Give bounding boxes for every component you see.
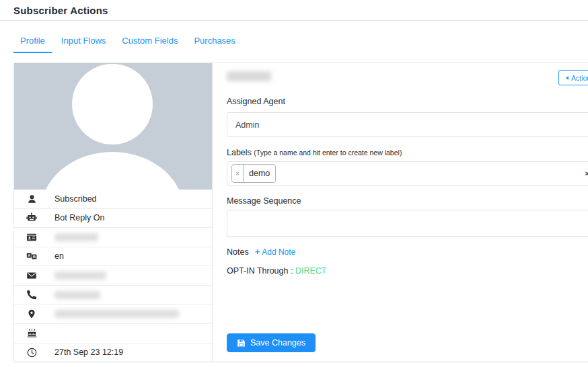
message-sequence-label: Message Sequence [227, 196, 588, 206]
caret-left-icon [566, 76, 568, 80]
assigned-agent-label: Assigned Agent [227, 97, 588, 106]
subscriber-name-redacted [227, 71, 271, 81]
tab-profile[interactable]: Profile [13, 36, 52, 53]
tab-input-flows[interactable]: Input Flows [54, 36, 112, 53]
optin-value: DIRECT [295, 266, 327, 276]
label-tag: × demo [231, 164, 276, 183]
optin-row: OPT-IN Through : DIRECT [227, 266, 588, 276]
email-redacted [54, 272, 106, 280]
subscriber-info-list: Subscribed Bot Reply On AB en [14, 190, 212, 362]
modal-header: Subscriber Actions [0, 0, 588, 21]
labels-label: Labels (Type a name and hit enter to cre… [227, 148, 588, 157]
svg-text:B: B [33, 255, 36, 259]
assigned-agent-value: Admin [235, 120, 259, 130]
svg-text:A: A [28, 254, 30, 258]
subscriber-card: Subscribed Bot Reply On AB en [13, 63, 588, 362]
location-redacted [54, 310, 179, 318]
list-item-location [14, 304, 212, 323]
add-note-label: Add Note [262, 247, 295, 257]
tag-text: demo [244, 165, 275, 182]
avatar [14, 63, 212, 190]
phone-icon [26, 290, 37, 300]
save-button-label: Save Changes [250, 338, 305, 348]
list-item-bot-reply: Bot Reply On [14, 208, 212, 228]
tag-remove-icon[interactable]: × [232, 165, 244, 182]
save-changes-button[interactable]: Save Changes [227, 333, 316, 352]
page-title: Subscriber Actions [13, 5, 108, 16]
phone-redacted [54, 291, 100, 299]
user-icon [26, 194, 37, 204]
actions-button-label: Actions [571, 74, 588, 82]
list-item-subscriber-id [14, 227, 212, 247]
cake-icon [26, 328, 37, 339]
tab-purchases[interactable]: Purchases [187, 36, 242, 53]
actions-button[interactable]: Actions [558, 70, 588, 85]
clear-labels-icon[interactable]: × [585, 169, 588, 177]
plus-icon: + [255, 247, 260, 257]
list-item-language: AB en [14, 247, 212, 266]
list-item-subscribed-date: 27th Sep 23 12:19 [14, 343, 212, 362]
clock-icon [26, 347, 37, 358]
add-note-button[interactable]: + Add Note [255, 247, 296, 257]
notes-section: Notes + Add Note [227, 247, 588, 257]
robot-icon [26, 212, 37, 223]
optin-label: OPT-IN Through : [227, 266, 293, 276]
assigned-agent-select[interactable]: Admin [227, 112, 588, 137]
bot-reply-value: Bot Reply On [54, 213, 104, 222]
list-item-phone [14, 285, 212, 304]
labels-input[interactable]: × demo × [227, 161, 588, 186]
labels-hint: (Type a name and hit enter to create new… [254, 149, 402, 157]
status-value: Subscribed [54, 194, 97, 204]
subscriber-id-redacted [54, 233, 98, 241]
message-sequence-input[interactable] [227, 210, 588, 237]
id-card-icon [26, 232, 37, 243]
tab-custom-fields[interactable]: Custom Fields [115, 36, 184, 53]
subscribed-date-value: 27th Sep 23 12:19 [54, 348, 123, 357]
list-item-status: Subscribed [14, 190, 212, 208]
location-icon [26, 309, 37, 319]
language-icon: AB [26, 251, 37, 261]
list-item-birthday [14, 323, 212, 343]
tab-bar: Profile Input Flows Custom Fields Purcha… [0, 21, 588, 53]
envelope-icon [26, 270, 37, 281]
list-item-email [14, 266, 212, 285]
subscriber-edit-panel: Actions Assigned Agent Admin Labels (Typ… [213, 63, 588, 362]
subscriber-summary-panel: Subscribed Bot Reply On AB en [14, 63, 213, 362]
save-icon [237, 339, 246, 348]
notes-label: Notes [227, 247, 249, 257]
language-value: en [54, 251, 64, 261]
